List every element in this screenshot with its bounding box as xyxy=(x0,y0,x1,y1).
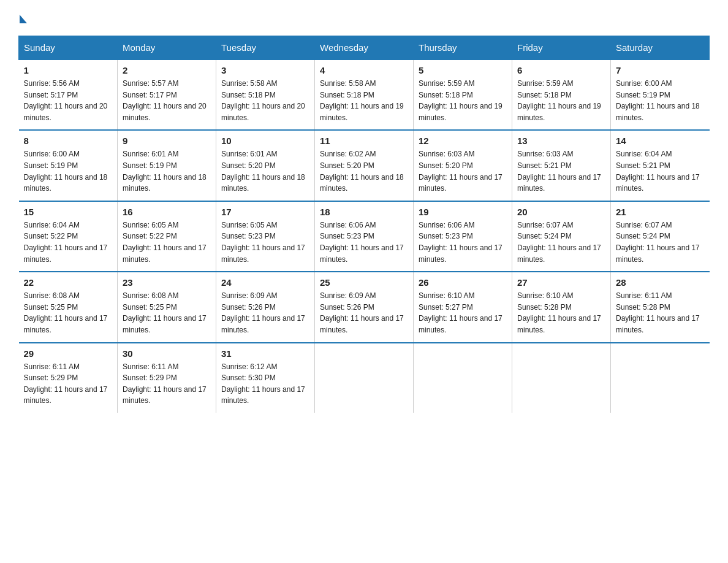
day-number: 15 xyxy=(24,207,113,217)
day-info: Sunrise: 6:06 AMSunset: 5:23 PMDaylight:… xyxy=(320,220,408,265)
calendar-cell: 9Sunrise: 6:01 AMSunset: 5:19 PMDaylight… xyxy=(118,130,216,201)
calendar-cell: 12Sunrise: 6:03 AMSunset: 5:20 PMDayligh… xyxy=(414,130,512,201)
calendar-cell: 10Sunrise: 6:01 AMSunset: 5:20 PMDayligh… xyxy=(216,130,315,201)
day-number: 22 xyxy=(24,277,113,288)
calendar-cell: 21Sunrise: 6:07 AMSunset: 5:24 PMDayligh… xyxy=(611,201,710,272)
calendar-cell: 6Sunrise: 5:59 AMSunset: 5:18 PMDaylight… xyxy=(512,59,611,130)
day-info: Sunrise: 5:56 AMSunset: 5:17 PMDaylight:… xyxy=(24,78,113,123)
header-wednesday: Wednesday xyxy=(315,36,414,60)
day-info: Sunrise: 6:10 AMSunset: 5:28 PMDaylight:… xyxy=(517,290,605,335)
calendar-cell: 23Sunrise: 6:08 AMSunset: 5:25 PMDayligh… xyxy=(118,272,216,342)
calendar-cell: 28Sunrise: 6:11 AMSunset: 5:28 PMDayligh… xyxy=(611,272,710,342)
day-info: Sunrise: 5:58 AMSunset: 5:18 PMDaylight:… xyxy=(221,78,309,123)
day-info: Sunrise: 6:04 AMSunset: 5:21 PMDaylight:… xyxy=(616,148,705,194)
logo-triangle-icon xyxy=(20,15,27,23)
day-number: 5 xyxy=(419,65,507,75)
calendar-cell: 3Sunrise: 5:58 AMSunset: 5:18 PMDaylight… xyxy=(216,59,315,130)
day-info: Sunrise: 5:57 AMSunset: 5:17 PMDaylight:… xyxy=(123,78,211,123)
day-number: 13 xyxy=(517,136,605,146)
calendar-cell xyxy=(512,343,611,413)
day-info: Sunrise: 6:00 AMSunset: 5:19 PMDaylight:… xyxy=(24,148,113,194)
day-number: 17 xyxy=(221,207,309,217)
day-info: Sunrise: 6:03 AMSunset: 5:21 PMDaylight:… xyxy=(517,148,605,194)
calendar-cell: 30Sunrise: 6:11 AMSunset: 5:29 PMDayligh… xyxy=(118,343,216,413)
header-thursday: Thursday xyxy=(414,36,512,60)
calendar-cell: 31Sunrise: 6:12 AMSunset: 5:30 PMDayligh… xyxy=(216,343,315,413)
calendar-cell: 18Sunrise: 6:06 AMSunset: 5:23 PMDayligh… xyxy=(315,201,414,272)
calendar-cell: 14Sunrise: 6:04 AMSunset: 5:21 PMDayligh… xyxy=(611,130,710,201)
calendar-cell: 20Sunrise: 6:07 AMSunset: 5:24 PMDayligh… xyxy=(512,201,611,272)
day-number: 18 xyxy=(320,207,408,217)
day-info: Sunrise: 6:00 AMSunset: 5:19 PMDaylight:… xyxy=(616,78,705,123)
day-info: Sunrise: 6:11 AMSunset: 5:29 PMDaylight:… xyxy=(24,361,113,407)
logo xyxy=(18,12,27,23)
day-info: Sunrise: 6:10 AMSunset: 5:27 PMDaylight:… xyxy=(419,290,507,335)
day-info: Sunrise: 6:03 AMSunset: 5:20 PMDaylight:… xyxy=(419,148,507,194)
day-info: Sunrise: 6:04 AMSunset: 5:22 PMDaylight:… xyxy=(24,220,113,265)
day-number: 10 xyxy=(221,136,309,146)
calendar-cell: 22Sunrise: 6:08 AMSunset: 5:25 PMDayligh… xyxy=(19,272,118,342)
calendar-cell xyxy=(414,343,512,413)
header-sunday: Sunday xyxy=(19,36,118,60)
day-info: Sunrise: 6:05 AMSunset: 5:22 PMDaylight:… xyxy=(123,220,211,265)
header-saturday: Saturday xyxy=(611,36,710,60)
day-number: 24 xyxy=(221,277,309,288)
calendar-table: SundayMondayTuesdayWednesdayThursdayFrid… xyxy=(18,36,710,413)
day-number: 9 xyxy=(123,136,211,146)
calendar-cell: 1Sunrise: 5:56 AMSunset: 5:17 PMDaylight… xyxy=(19,59,118,130)
calendar-cell: 2Sunrise: 5:57 AMSunset: 5:17 PMDaylight… xyxy=(118,59,216,130)
day-number: 11 xyxy=(320,136,408,146)
day-number: 4 xyxy=(320,65,408,75)
day-info: Sunrise: 6:02 AMSunset: 5:20 PMDaylight:… xyxy=(320,148,408,194)
calendar-cell xyxy=(315,343,414,413)
calendar-cell: 4Sunrise: 5:58 AMSunset: 5:18 PMDaylight… xyxy=(315,59,414,130)
page-header xyxy=(18,12,710,23)
day-number: 26 xyxy=(419,277,507,288)
day-number: 19 xyxy=(419,207,507,217)
day-info: Sunrise: 6:07 AMSunset: 5:24 PMDaylight:… xyxy=(517,220,605,265)
day-info: Sunrise: 6:09 AMSunset: 5:26 PMDaylight:… xyxy=(320,290,408,335)
day-info: Sunrise: 6:07 AMSunset: 5:24 PMDaylight:… xyxy=(616,220,705,265)
day-number: 29 xyxy=(24,348,113,359)
calendar-header-row: SundayMondayTuesdayWednesdayThursdayFrid… xyxy=(19,36,710,60)
calendar-cell: 13Sunrise: 6:03 AMSunset: 5:21 PMDayligh… xyxy=(512,130,611,201)
calendar-cell: 8Sunrise: 6:00 AMSunset: 5:19 PMDaylight… xyxy=(19,130,118,201)
day-number: 8 xyxy=(24,136,113,146)
calendar-cell: 16Sunrise: 6:05 AMSunset: 5:22 PMDayligh… xyxy=(118,201,216,272)
day-number: 20 xyxy=(517,207,605,217)
day-info: Sunrise: 6:11 AMSunset: 5:29 PMDaylight:… xyxy=(123,361,211,407)
day-info: Sunrise: 5:59 AMSunset: 5:18 PMDaylight:… xyxy=(419,78,507,123)
calendar-week-row: 15Sunrise: 6:04 AMSunset: 5:22 PMDayligh… xyxy=(19,201,710,272)
day-number: 27 xyxy=(517,277,605,288)
header-monday: Monday xyxy=(118,36,216,60)
calendar-cell: 26Sunrise: 6:10 AMSunset: 5:27 PMDayligh… xyxy=(414,272,512,342)
calendar-week-row: 8Sunrise: 6:00 AMSunset: 5:19 PMDaylight… xyxy=(19,130,710,201)
calendar-week-row: 22Sunrise: 6:08 AMSunset: 5:25 PMDayligh… xyxy=(19,272,710,342)
day-number: 1 xyxy=(24,65,113,75)
calendar-cell xyxy=(611,343,710,413)
day-info: Sunrise: 6:05 AMSunset: 5:23 PMDaylight:… xyxy=(221,220,309,265)
day-number: 16 xyxy=(123,207,211,217)
day-number: 28 xyxy=(616,277,705,288)
day-number: 6 xyxy=(517,65,605,75)
calendar-cell: 27Sunrise: 6:10 AMSunset: 5:28 PMDayligh… xyxy=(512,272,611,342)
calendar-week-row: 29Sunrise: 6:11 AMSunset: 5:29 PMDayligh… xyxy=(19,343,710,413)
calendar-cell: 5Sunrise: 5:59 AMSunset: 5:18 PMDaylight… xyxy=(414,59,512,130)
calendar-cell: 17Sunrise: 6:05 AMSunset: 5:23 PMDayligh… xyxy=(216,201,315,272)
day-info: Sunrise: 5:59 AMSunset: 5:18 PMDaylight:… xyxy=(517,78,605,123)
day-info: Sunrise: 6:12 AMSunset: 5:30 PMDaylight:… xyxy=(221,361,309,407)
day-info: Sunrise: 6:01 AMSunset: 5:19 PMDaylight:… xyxy=(123,148,211,194)
day-info: Sunrise: 6:09 AMSunset: 5:26 PMDaylight:… xyxy=(221,290,309,335)
day-number: 21 xyxy=(616,207,705,217)
day-number: 31 xyxy=(221,348,309,359)
day-number: 25 xyxy=(320,277,408,288)
day-number: 30 xyxy=(123,348,211,359)
day-info: Sunrise: 5:58 AMSunset: 5:18 PMDaylight:… xyxy=(320,78,408,123)
day-info: Sunrise: 6:11 AMSunset: 5:28 PMDaylight:… xyxy=(616,290,705,335)
calendar-cell: 11Sunrise: 6:02 AMSunset: 5:20 PMDayligh… xyxy=(315,130,414,201)
day-info: Sunrise: 6:06 AMSunset: 5:23 PMDaylight:… xyxy=(419,220,507,265)
day-number: 14 xyxy=(616,136,705,146)
calendar-cell: 19Sunrise: 6:06 AMSunset: 5:23 PMDayligh… xyxy=(414,201,512,272)
calendar-week-row: 1Sunrise: 5:56 AMSunset: 5:17 PMDaylight… xyxy=(19,59,710,130)
day-number: 12 xyxy=(419,136,507,146)
